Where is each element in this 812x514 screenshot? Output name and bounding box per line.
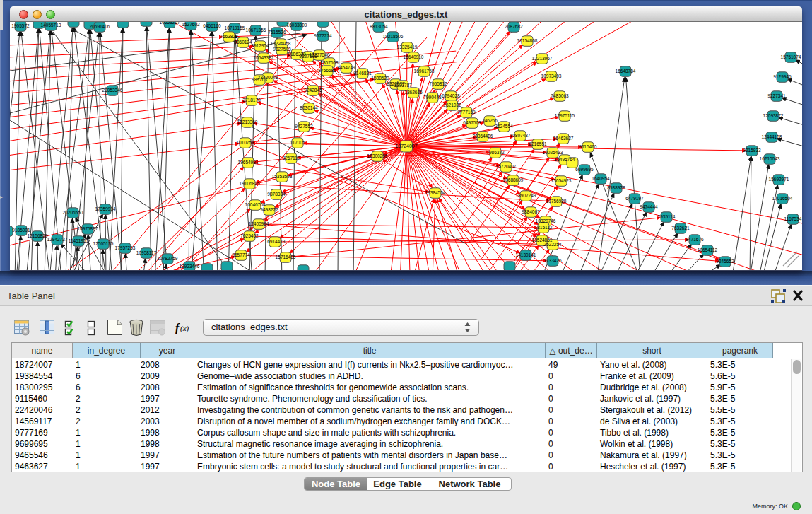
svg-text:19654981: 19654981 xyxy=(238,160,259,165)
svg-text:9827503: 9827503 xyxy=(273,47,291,52)
svg-text:7663822: 7663822 xyxy=(220,34,238,39)
svg-text:20206550: 20206550 xyxy=(63,210,83,215)
svg-text:6497508: 6497508 xyxy=(463,120,481,125)
svg-text:10973493: 10973493 xyxy=(541,74,562,78)
svg-text:9777169: 9777169 xyxy=(457,110,476,115)
svg-text:7515526: 7515526 xyxy=(268,30,286,35)
svg-text:9245652: 9245652 xyxy=(716,259,734,264)
svg-text:3267110: 3267110 xyxy=(283,156,300,160)
svg-text:14055713: 14055713 xyxy=(41,23,61,28)
svg-text:19756928: 19756928 xyxy=(546,199,567,204)
svg-text:11451951: 11451951 xyxy=(69,238,89,243)
svg-text:10688609: 10688609 xyxy=(503,177,524,182)
svg-text:6699695: 6699695 xyxy=(575,167,594,172)
svg-text:1905572: 1905572 xyxy=(11,23,30,28)
svg-text:16463627: 16463627 xyxy=(553,136,574,141)
svg-text:12942737: 12942737 xyxy=(47,237,68,242)
svg-text:16210643: 16210643 xyxy=(760,156,780,161)
svg-text:2367608: 2367608 xyxy=(320,60,339,65)
svg-text:3215933: 3215933 xyxy=(743,148,761,153)
svg-text:2935114: 2935114 xyxy=(658,214,676,219)
svg-text:9185001: 9185001 xyxy=(12,228,30,233)
svg-text:7632621: 7632621 xyxy=(671,226,690,230)
svg-text:7485063: 7485063 xyxy=(551,93,569,98)
svg-text:10975887: 10975887 xyxy=(78,226,98,231)
svg-text:1640954: 1640954 xyxy=(592,176,610,181)
svg-text:7986372: 7986372 xyxy=(486,150,505,155)
svg-text:9474444: 9474444 xyxy=(640,204,658,209)
svg-text:10654112: 10654112 xyxy=(698,247,718,252)
svg-text:6216551: 6216551 xyxy=(529,141,547,146)
svg-text:9227341: 9227341 xyxy=(767,93,786,98)
svg-text:17957253: 17957253 xyxy=(115,245,136,250)
svg-text:6794028: 6794028 xyxy=(442,93,460,98)
svg-text:15495764: 15495764 xyxy=(555,157,575,162)
svg-text:16033809: 16033809 xyxy=(287,23,307,28)
svg-text:28053346: 28053346 xyxy=(102,88,123,93)
svg-text:16648784: 16648784 xyxy=(616,69,636,74)
svg-text:8756685: 8756685 xyxy=(318,68,336,73)
svg-text:10653267: 10653267 xyxy=(160,22,180,25)
svg-text:9860124: 9860124 xyxy=(234,40,252,45)
svg-text:8454749: 8454749 xyxy=(337,65,355,70)
svg-text:12400994: 12400994 xyxy=(249,221,269,226)
svg-text:1362615: 1362615 xyxy=(404,90,423,95)
svg-text:15692971: 15692971 xyxy=(769,177,789,182)
svg-text:6479197: 6479197 xyxy=(625,196,644,201)
svg-text:1621022: 1621022 xyxy=(443,103,461,107)
svg-text:10671355: 10671355 xyxy=(246,28,266,33)
svg-text:8813054: 8813054 xyxy=(370,24,388,29)
svg-text:8912954: 8912954 xyxy=(251,43,269,48)
svg-text:10807487: 10807487 xyxy=(510,133,531,138)
svg-text:17016504: 17016504 xyxy=(772,196,793,201)
svg-text:19218506: 19218506 xyxy=(383,34,404,39)
svg-text:1010753: 1010753 xyxy=(236,140,254,145)
svg-text:989763: 989763 xyxy=(252,77,267,82)
svg-text:13654923: 13654923 xyxy=(551,178,572,183)
svg-text:1203787: 1203787 xyxy=(394,83,412,88)
svg-text:12213369: 12213369 xyxy=(237,119,258,124)
svg-text:10320746: 10320746 xyxy=(536,218,556,223)
svg-text:9115460: 9115460 xyxy=(579,144,597,149)
svg-text:6466160: 6466160 xyxy=(203,23,221,28)
svg-text:9242845: 9242845 xyxy=(304,88,322,93)
svg-text:7990448: 7990448 xyxy=(423,95,442,100)
svg-text:8030144: 8030144 xyxy=(300,105,318,110)
svg-text:1733426: 1733426 xyxy=(543,258,562,263)
svg-text:19106825: 19106825 xyxy=(240,181,260,186)
svg-text:8471676: 8471676 xyxy=(686,237,704,242)
svg-text:7625402: 7625402 xyxy=(240,233,259,238)
svg-text:f: f xyxy=(175,322,180,334)
svg-text:10719155: 10719155 xyxy=(225,25,245,30)
svg-text:20691406: 20691406 xyxy=(90,24,110,29)
svg-text:1167534: 1167534 xyxy=(784,216,802,221)
svg-text:9129946: 9129946 xyxy=(773,74,792,79)
svg-text:1815112: 1815112 xyxy=(535,225,553,230)
svg-text:8938928: 8938928 xyxy=(607,185,625,190)
svg-text:9427552: 9427552 xyxy=(295,124,313,129)
svg-text:20364436: 20364436 xyxy=(473,134,493,139)
svg-text:18724007: 18724007 xyxy=(395,144,417,148)
svg-text:12093872: 12093872 xyxy=(763,113,784,118)
svg-text:117005: 117005 xyxy=(290,140,305,145)
svg-text:12505135: 12505135 xyxy=(93,241,114,246)
svg-text:16961758: 16961758 xyxy=(414,69,435,74)
svg-text:10543382: 10543382 xyxy=(254,55,274,60)
svg-text:12923446: 12923446 xyxy=(180,264,200,269)
svg-text:15353593: 15353593 xyxy=(272,174,293,179)
svg-text:9572274: 9572274 xyxy=(314,33,332,38)
svg-text:10782759: 10782759 xyxy=(158,256,178,261)
svg-text:10025433: 10025433 xyxy=(543,150,563,155)
svg-text:15751074: 15751074 xyxy=(781,54,801,59)
svg-text:12975115: 12975115 xyxy=(555,113,575,118)
svg-text:18907249: 18907249 xyxy=(516,193,536,198)
svg-text:1527602: 1527602 xyxy=(182,22,200,27)
svg-text:17359914: 17359914 xyxy=(95,206,116,211)
svg-text:2522254: 2522254 xyxy=(543,242,562,247)
svg-text:1588520: 1588520 xyxy=(371,76,389,81)
svg-text:10154808: 10154808 xyxy=(517,38,538,43)
svg-text:13226058: 13226058 xyxy=(271,41,291,46)
svg-text:13227546: 13227546 xyxy=(310,52,330,57)
svg-text:2718170: 2718170 xyxy=(242,98,261,103)
svg-text:9498222: 9498222 xyxy=(260,207,278,212)
